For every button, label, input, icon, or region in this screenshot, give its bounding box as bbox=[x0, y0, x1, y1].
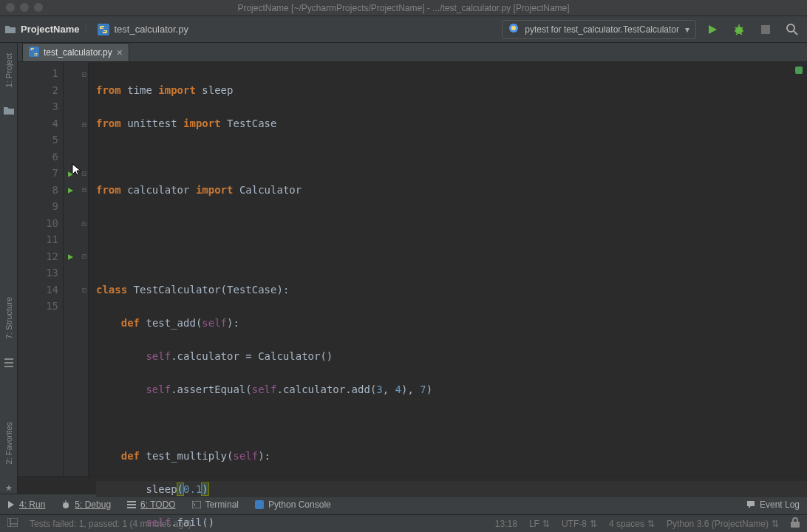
svg-rect-7 bbox=[4, 358, 13, 360]
chevron-right-icon: 〉 bbox=[84, 23, 93, 36]
run-gutter-icon[interactable]: ▶ bbox=[68, 248, 73, 265]
python-file-icon bbox=[29, 47, 39, 59]
sidebar-tab-favorites[interactable]: 2: Favorites bbox=[3, 419, 15, 467]
svg-rect-17 bbox=[7, 518, 18, 527]
editor[interactable]: 1 2 3 4 5 6 7 8 9 10 11 12 13 14 15 ▶ ▶ … bbox=[18, 62, 807, 476]
stop-button[interactable] bbox=[755, 19, 776, 40]
tool-run[interactable]: 4: Run bbox=[7, 499, 45, 510]
svg-rect-9 bbox=[4, 366, 13, 367]
gutter[interactable]: ▶ ▶ ▶ ⊟ ⊟ ⊟ ⊟ ⊡ ⊟ ⊡ bbox=[64, 62, 89, 476]
window-title: ProjectName [~/PycharmProjects/ProjectNa… bbox=[237, 3, 569, 13]
close-icon[interactable]: × bbox=[117, 47, 123, 58]
titlebar: ProjectName [~/PycharmProjects/ProjectNa… bbox=[0, 0, 807, 16]
left-tool-strip: 1: Project 7: Structure 2: Favorites ★ bbox=[0, 43, 18, 494]
fold-icon[interactable]: ⊟ bbox=[82, 66, 86, 83]
breadcrumb-project: ProjectName bbox=[21, 24, 79, 35]
run-config-selector[interactable]: pytest for test_calculator.TestCalculato… bbox=[502, 20, 696, 39]
work-area: 1: Project 7: Structure 2: Favorites ★ t… bbox=[0, 43, 807, 494]
sidebar-tab-structure[interactable]: 7: Structure bbox=[3, 294, 15, 342]
breadcrumb-file: test_calculator.py bbox=[114, 24, 188, 35]
window-controls bbox=[6, 3, 43, 12]
svg-rect-4 bbox=[761, 25, 770, 34]
python-file-icon bbox=[98, 23, 109, 35]
fold-icon[interactable]: ⊟ bbox=[82, 182, 86, 199]
search-button[interactable] bbox=[782, 19, 803, 40]
fold-icon[interactable]: ⊟ bbox=[82, 166, 86, 183]
run-gutter-icon[interactable]: ▶ bbox=[68, 182, 73, 199]
fold-icon[interactable]: ⊟ bbox=[82, 248, 86, 265]
svg-line-6 bbox=[794, 31, 797, 35]
line-numbers: 1 2 3 4 5 6 7 8 9 10 11 12 13 14 15 bbox=[18, 62, 64, 476]
close-dot[interactable] bbox=[6, 3, 15, 12]
minimize-dot[interactable] bbox=[20, 3, 29, 12]
file-tabs: test_calculator.py × bbox=[18, 43, 807, 62]
debug-button[interactable] bbox=[729, 19, 749, 40]
zoom-dot[interactable] bbox=[34, 3, 43, 12]
run-button[interactable] bbox=[702, 19, 723, 40]
structure-icon bbox=[3, 357, 15, 369]
project-icon bbox=[3, 105, 15, 117]
svg-rect-0 bbox=[98, 24, 109, 35]
svg-point-5 bbox=[787, 24, 794, 32]
chevron-down-icon: ▾ bbox=[685, 24, 689, 35]
editor-area: test_calculator.py × 1 2 3 4 5 6 7 8 9 1… bbox=[18, 43, 807, 494]
toolbar: ProjectName 〉 test_calculator.py pytest … bbox=[0, 16, 807, 43]
file-tab-test-calculator[interactable]: test_calculator.py × bbox=[22, 43, 129, 61]
inspection-indicator[interactable] bbox=[795, 66, 803, 74]
svg-rect-8 bbox=[4, 362, 13, 364]
fold-icon[interactable]: ⊡ bbox=[82, 282, 86, 299]
run-config-label: pytest for test_calculator.TestCalculato… bbox=[525, 24, 679, 35]
svg-point-2 bbox=[511, 26, 516, 30]
fold-icon[interactable]: ⊡ bbox=[82, 216, 86, 233]
breadcrumb[interactable]: ProjectName 〉 test_calculator.py bbox=[4, 23, 188, 36]
code-content[interactable]: from time import sleep from unittest imp… bbox=[89, 62, 807, 476]
file-tab-label: test_calculator.py bbox=[44, 47, 112, 58]
pytest-icon bbox=[508, 23, 519, 35]
tool-windows-icon[interactable] bbox=[7, 518, 18, 529]
sidebar-tab-project[interactable]: 1: Project bbox=[3, 50, 15, 90]
fold-icon[interactable]: ⊟ bbox=[82, 117, 86, 134]
mouse-cursor-icon bbox=[72, 163, 82, 177]
star-icon: ★ bbox=[3, 482, 15, 494]
folder-icon bbox=[4, 24, 16, 35]
